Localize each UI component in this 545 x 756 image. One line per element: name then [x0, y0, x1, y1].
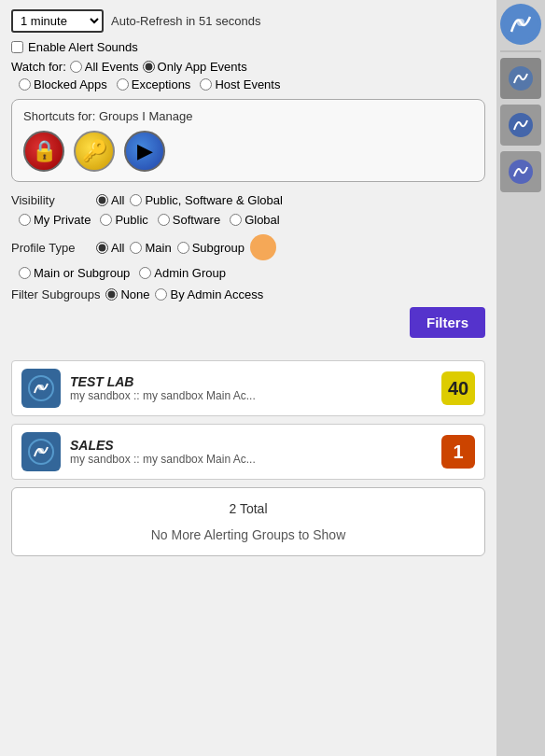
radio-only-app-events-input[interactable]: [143, 61, 155, 73]
radio-vis-global-input[interactable]: [230, 214, 242, 226]
radio-all-events-label: All Events: [85, 60, 139, 74]
radio-pt-main-or-subgroup-input[interactable]: [19, 267, 31, 279]
radio-host-events-input[interactable]: [200, 78, 212, 91]
radio-pt-main-or-subgroup-label: Main or Subgroup: [34, 266, 130, 280]
radio-host-events-label: Host Events: [215, 77, 280, 91]
radio-vis-all-label: All: [111, 193, 124, 207]
shortcuts-title: Shortcuts for: Groups I Manage: [23, 109, 473, 123]
sidebar-icon-box-2[interactable]: [500, 105, 541, 146]
sidebar-divider: [500, 50, 541, 52]
radio-fs-by-admin-access[interactable]: By Admin Access: [155, 287, 263, 301]
radio-fs-none-input[interactable]: [105, 288, 118, 301]
radio-pt-subgroup[interactable]: Subgroup: [177, 241, 245, 255]
radio-fs-none[interactable]: None: [105, 287, 149, 301]
radio-vis-public-sw-global[interactable]: Public, Software & Global: [130, 193, 282, 207]
auto-refresh-label: Auto-Refresh in 51 seconds: [111, 14, 260, 28]
radio-blocked-apps-label: Blocked Apps: [34, 77, 107, 91]
radio-exceptions-input[interactable]: [117, 78, 129, 91]
radio-vis-software-input[interactable]: [158, 214, 170, 226]
watch-sub-options-row: Blocked Apps Exceptions Host Events: [11, 77, 485, 91]
radio-only-app-events[interactable]: Only App Events: [143, 60, 247, 74]
group-item-sales[interactable]: SALES my sandbox :: my sandbox Main Ac..…: [11, 424, 485, 480]
radio-pt-admin-group-label: Admin Group: [154, 266, 226, 280]
radio-pt-all-label: All: [111, 241, 124, 255]
group-name-test-lab: TEST LAB: [70, 374, 432, 389]
visibility-label: Visibility: [11, 193, 91, 207]
visibility-row: Visibility All Public, Software & Global: [11, 193, 485, 207]
radio-pt-admin-group[interactable]: Admin Group: [139, 266, 226, 280]
radio-vis-public-sw-global-label: Public, Software & Global: [145, 193, 282, 207]
enable-alert-sounds-label[interactable]: Enable Alert Sounds: [28, 40, 138, 54]
radio-pt-main-input[interactable]: [130, 242, 142, 254]
radio-vis-public-input[interactable]: [100, 214, 112, 226]
radio-vis-public-label: Public: [115, 213, 147, 227]
svg-point-5: [517, 19, 524, 26]
radio-all-events[interactable]: All Events: [70, 60, 139, 74]
sidebar-icon-box-3[interactable]: [500, 151, 541, 192]
radio-pt-all-input[interactable]: [96, 242, 108, 254]
radio-fs-by-admin-access-input[interactable]: [155, 288, 167, 301]
filters-button-row: Filters: [11, 307, 485, 349]
group-icon-test-lab: [21, 369, 61, 408]
lock-shortcut-icon[interactable]: 🔒: [23, 131, 64, 172]
enable-alert-sounds-row: Enable Alert Sounds: [11, 40, 485, 54]
watch-for-row: Watch for: All Events Only App Events: [11, 60, 485, 74]
filters-button[interactable]: Filters: [410, 307, 485, 338]
radio-pt-main-or-subgroup[interactable]: Main or Subgroup: [19, 266, 130, 280]
refresh-select[interactable]: 1 minute 30 seconds 2 minutes 5 minutes: [11, 9, 104, 33]
radio-vis-my-private[interactable]: My Private: [19, 213, 91, 227]
watch-for-label: Watch for:: [11, 60, 66, 74]
visibility-sub-row: My Private Public Software Global: [11, 213, 485, 227]
radio-host-events[interactable]: Host Events: [200, 77, 280, 91]
total-box: 2 Total No More Alerting Groups to Show: [11, 487, 485, 556]
sidebar-avatar-1[interactable]: [500, 4, 541, 45]
profile-type-row: Profile Type All Main Subgroup: [11, 234, 485, 260]
sidebar-icon-box-1[interactable]: [500, 58, 541, 99]
radio-vis-global-label: Global: [245, 213, 280, 227]
group-info-sales: SALES my sandbox :: my sandbox Main Ac..…: [70, 438, 432, 466]
radio-exceptions[interactable]: Exceptions: [117, 77, 191, 91]
radio-pt-admin-group-input[interactable]: [139, 267, 151, 279]
radio-vis-all[interactable]: All: [96, 193, 124, 207]
radio-pt-main[interactable]: Main: [130, 241, 171, 255]
radio-pt-all[interactable]: All: [96, 241, 124, 255]
radio-blocked-apps-input[interactable]: [19, 78, 31, 91]
group-badge-sales: 1: [441, 435, 475, 469]
radio-vis-my-private-label: My Private: [34, 213, 91, 227]
radio-fs-none-label: None: [120, 287, 149, 301]
profile-type-label: Profile Type: [11, 241, 91, 255]
radio-only-app-events-label: Only App Events: [158, 60, 247, 74]
radio-vis-software[interactable]: Software: [158, 213, 220, 227]
play-shortcut-icon[interactable]: ▶: [124, 131, 165, 172]
radio-vis-public[interactable]: Public: [100, 213, 147, 227]
filter-subgroups-label: Filter Subgroups: [11, 287, 100, 301]
radio-vis-global[interactable]: Global: [230, 213, 280, 227]
shortcuts-box: Shortcuts for: Groups I Manage 🔒 🔑 ▶: [11, 99, 485, 182]
radio-exceptions-label: Exceptions: [132, 77, 191, 91]
orange-indicator: [250, 234, 276, 260]
radio-all-events-input[interactable]: [70, 61, 82, 73]
total-count: 2 Total: [21, 501, 475, 516]
radio-pt-subgroup-input[interactable]: [177, 242, 189, 254]
svg-point-3: [38, 448, 44, 454]
radio-blocked-apps[interactable]: Blocked Apps: [19, 77, 107, 91]
group-badge-test-lab: 40: [441, 371, 475, 405]
filter-subgroups-row: Filter Subgroups None By Admin Access: [11, 287, 485, 301]
group-icon-sales: [21, 432, 61, 471]
group-info-test-lab: TEST LAB my sandbox :: my sandbox Main A…: [70, 374, 432, 402]
radio-vis-software-label: Software: [173, 213, 220, 227]
group-sub-test-lab: my sandbox :: my sandbox Main Ac...: [70, 389, 432, 402]
no-more-label: No More Alerting Groups to Show: [21, 527, 475, 542]
radio-vis-all-input[interactable]: [96, 194, 108, 206]
enable-alert-sounds-checkbox[interactable]: [11, 41, 23, 53]
shortcuts-icons-row: 🔒 🔑 ▶: [23, 131, 473, 172]
group-sub-sales: my sandbox :: my sandbox Main Ac...: [70, 453, 432, 466]
radio-pt-subgroup-label: Subgroup: [192, 241, 245, 255]
radio-vis-my-private-input[interactable]: [19, 214, 31, 226]
key-shortcut-icon[interactable]: 🔑: [74, 131, 115, 172]
svg-point-1: [38, 385, 44, 390]
right-sidebar: [496, 0, 545, 756]
group-item-test-lab[interactable]: TEST LAB my sandbox :: my sandbox Main A…: [11, 360, 485, 416]
radio-fs-by-admin-access-label: By Admin Access: [170, 287, 263, 301]
radio-vis-public-sw-global-input[interactable]: [130, 194, 142, 206]
